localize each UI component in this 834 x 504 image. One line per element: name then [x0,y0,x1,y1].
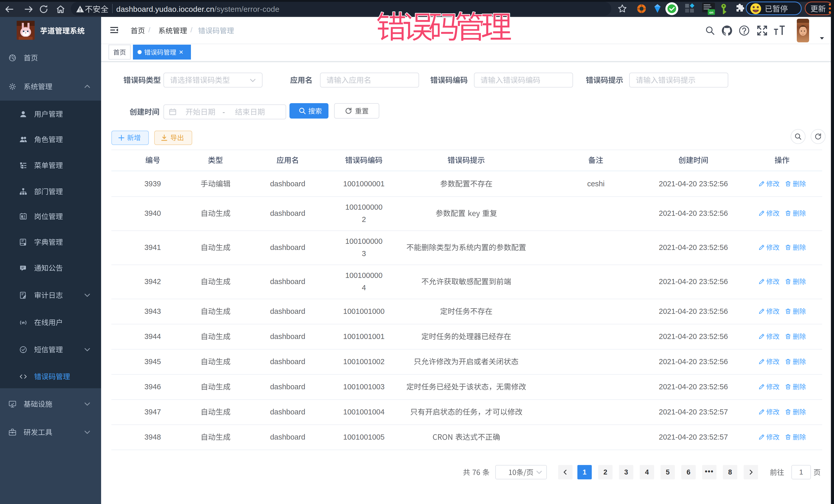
svg-text:on: on [709,10,714,14]
